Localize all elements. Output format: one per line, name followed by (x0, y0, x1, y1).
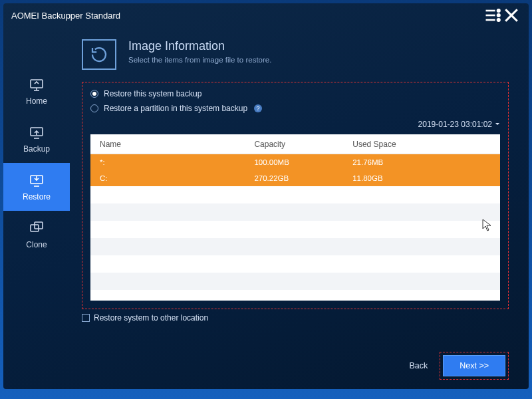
timestamp-row: 2019-01-23 03:01:02 (90, 120, 500, 129)
menu-icon[interactable] (483, 6, 502, 25)
sidebar-item-backup[interactable]: Backup (3, 115, 70, 163)
sidebar-item-label: Clone (26, 240, 47, 249)
sidebar-item-label: Backup (23, 144, 50, 154)
table-row[interactable]: *: 100.00MB 21.76MB (90, 154, 500, 170)
cell-used: 11.80GB (352, 174, 500, 182)
body: Home Backup Restore Clone Image In (3, 27, 529, 345)
restore-arrow-icon (89, 45, 109, 65)
radio-dot-icon (90, 90, 98, 98)
checkbox-label: Restore system to other location (94, 313, 208, 323)
radio-restore-partition[interactable]: Restore a partition in this system backu… (90, 104, 500, 113)
titlebar: AOMEI Backupper Standard (3, 3, 529, 27)
col-capacity: Capacity (254, 140, 352, 149)
table-row[interactable]: C: 270.22GB 11.80GB (90, 170, 500, 186)
sidebar-item-label: Home (26, 96, 47, 106)
back-button[interactable]: Back (409, 361, 428, 370)
page-title: Image Information (128, 39, 271, 53)
highlighted-section: Restore this system backup Restore a par… (82, 82, 509, 309)
page-header-text: Image Information Select the items from … (128, 39, 271, 70)
chevron-down-icon (495, 122, 500, 127)
page-header-icon (82, 39, 116, 70)
svg-rect-8 (31, 80, 43, 88)
page-subtitle: Select the items from image file to rest… (128, 56, 271, 64)
restore-options: Restore this system backup Restore a par… (90, 89, 500, 113)
radio-dot-icon (90, 104, 98, 112)
clone-icon (29, 220, 45, 236)
cell-capacity: 270.22GB (254, 174, 352, 182)
cell-used: 21.76MB (352, 158, 500, 166)
cell-name: *: (90, 158, 254, 166)
col-used: Used Space (352, 140, 500, 149)
page-header: Image Information Select the items from … (82, 39, 509, 70)
cell-capacity: 100.00MB (254, 158, 352, 166)
sidebar: Home Backup Restore Clone (3, 27, 70, 345)
timestamp-value: 2019-01-23 03:01:02 (418, 120, 492, 129)
footer: Back Next >> (3, 345, 529, 389)
timestamp-dropdown[interactable]: 2019-01-23 03:01:02 (418, 120, 500, 129)
close-icon[interactable] (502, 6, 521, 25)
main: Image Information Select the items from … (70, 27, 529, 345)
app-title: AOMEI Backupper Standard (11, 11, 483, 21)
sidebar-item-label: Restore (23, 192, 51, 201)
radio-restore-system[interactable]: Restore this system backup (90, 89, 500, 98)
table-empty-rows (90, 186, 500, 301)
app-window: AOMEI Backupper Standard Home Backup Res… (3, 3, 529, 389)
partition-table: Name Capacity Used Space *: 100.00MB 21.… (90, 134, 500, 301)
svg-point-5 (497, 19, 500, 21)
cell-name: C: (90, 174, 254, 182)
help-icon[interactable]: ? (254, 104, 262, 112)
next-highlight: Next >> (440, 352, 509, 380)
svg-point-4 (497, 14, 500, 17)
backup-icon (29, 124, 45, 140)
svg-point-3 (497, 9, 500, 12)
next-button[interactable]: Next >> (443, 355, 505, 376)
restore-icon (29, 172, 45, 188)
checkbox-row[interactable]: Restore system to other location (82, 313, 509, 323)
radio-label: Restore this system backup (104, 89, 201, 98)
checkbox-icon (82, 314, 90, 322)
monitor-icon (29, 76, 45, 92)
sidebar-item-clone[interactable]: Clone (3, 211, 70, 259)
radio-label: Restore a partition in this system backu… (104, 104, 247, 113)
col-name: Name (90, 140, 254, 149)
sidebar-item-home[interactable]: Home (3, 67, 70, 115)
table-header: Name Capacity Used Space (90, 134, 500, 154)
sidebar-item-restore[interactable]: Restore (3, 163, 70, 211)
